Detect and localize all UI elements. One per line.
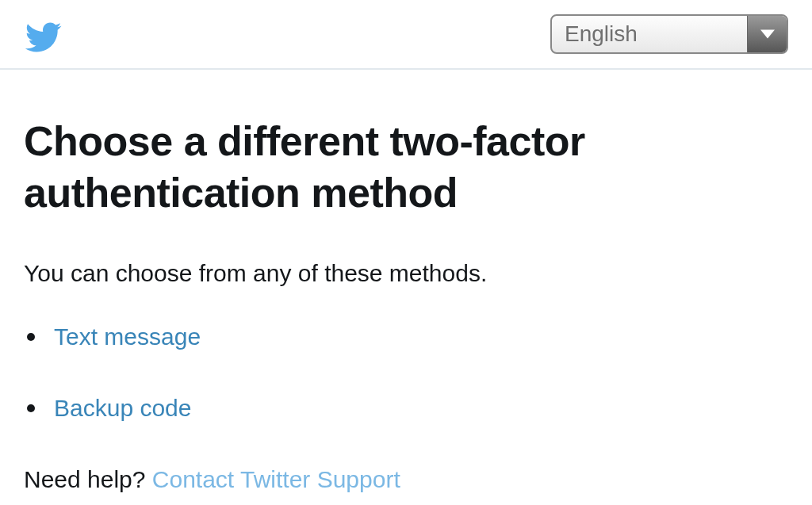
- main-content: Choose a different two-factor authentica…: [0, 70, 812, 493]
- list-item: Backup code: [27, 395, 788, 422]
- text-message-link[interactable]: Text message: [54, 323, 201, 350]
- page-subtitle: You can choose from any of these methods…: [24, 260, 788, 287]
- method-list: Text message Backup code: [24, 323, 788, 422]
- bullet-icon: [27, 404, 35, 412]
- language-selector[interactable]: English: [550, 14, 788, 54]
- twitter-bird-icon: [24, 18, 62, 56]
- page-header: English: [0, 0, 812, 70]
- help-prefix: Need help?: [24, 466, 152, 492]
- contact-support-link[interactable]: Contact Twitter Support: [152, 466, 400, 492]
- svg-marker-0: [760, 30, 775, 39]
- bullet-icon: [27, 333, 35, 341]
- language-selector-value: English: [552, 21, 747, 47]
- list-item: Text message: [27, 323, 788, 350]
- twitter-logo: [24, 18, 62, 50]
- dropdown-arrow-icon: [747, 16, 787, 52]
- help-row: Need help? Contact Twitter Support: [24, 466, 788, 493]
- backup-code-link[interactable]: Backup code: [54, 395, 191, 422]
- page-title: Choose a different two-factor authentica…: [24, 116, 788, 219]
